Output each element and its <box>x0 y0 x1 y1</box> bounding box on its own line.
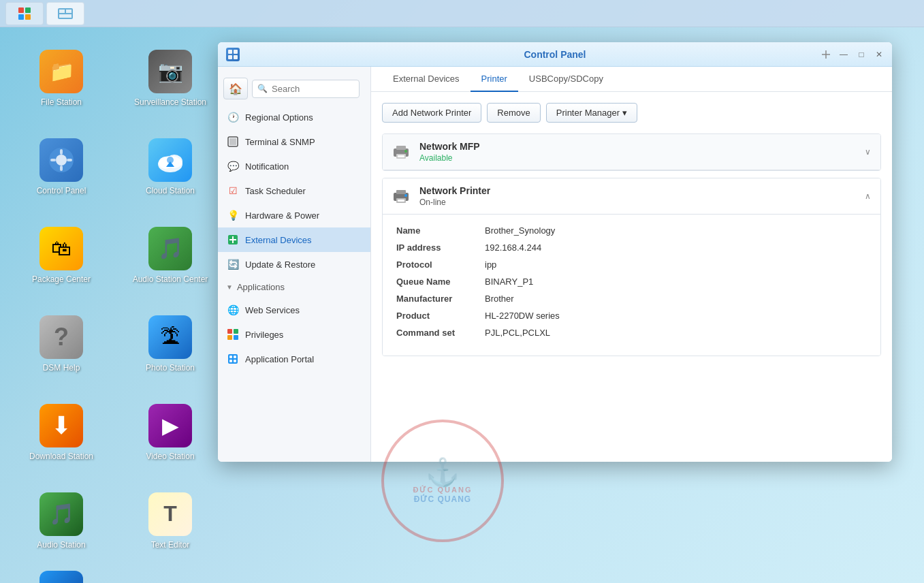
cp-icon <box>226 48 240 61</box>
content-area: Add Network Printer Remove Printer Manag… <box>371 92 892 462</box>
desktop-icon-cloud-station[interactable]: Cloud Station <box>116 123 225 211</box>
svg-rect-44 <box>398 155 404 157</box>
sidebar-item-notification[interactable]: 💬 Notification <box>218 154 370 178</box>
sidebar-item-web-services[interactable]: 🌐 Web Services <box>218 298 370 322</box>
network-printer-info: Network Printer On-line <box>419 185 490 207</box>
svg-rect-22 <box>234 50 238 54</box>
mfp-printer-icon <box>392 144 411 160</box>
notification-icon: 💬 <box>226 159 240 173</box>
sidebar-item-update-restore-label: Update & Restore <box>245 259 315 270</box>
svg-rect-36 <box>228 354 238 364</box>
cloud-station-icon <box>148 138 192 182</box>
desktop-icon-cloud-sync[interactable]: 🔄 Cloud Sync <box>7 565 116 583</box>
sidebar-item-privileges[interactable]: Privileges <box>218 322 370 347</box>
sidebar-item-terminal-label: Terminal & SNMP <box>245 137 315 147</box>
sidebar-item-terminal[interactable]: Terminal & SNMP <box>218 129 370 154</box>
taskbar-apps-button[interactable] <box>5 2 44 25</box>
desktop: 📁 File Station 📷 Surveillance Station Co… <box>0 27 211 583</box>
file-station-icon: 📁 <box>39 50 83 93</box>
detail-row-manufacturer: Manufacturer Brother <box>396 294 867 304</box>
svg-rect-21 <box>228 50 232 54</box>
svg-rect-10 <box>60 149 63 155</box>
hardware-power-icon: 💡 <box>226 208 240 222</box>
tab-usbcopy[interactable]: USBCopy/SDCopy <box>518 67 614 92</box>
minimize-button[interactable]: — <box>836 47 851 62</box>
sidebar-item-hardware-power-label: Hardware & Power <box>245 210 319 221</box>
sidebar-item-regional[interactable]: 🕐 Regional Options <box>218 105 370 129</box>
home-button[interactable]: 🏠 <box>223 78 248 99</box>
sidebar-item-hardware-power[interactable]: 💡 Hardware & Power <box>218 203 370 227</box>
sidebar-item-external-devices[interactable]: External Devices <box>218 227 370 252</box>
svg-rect-24 <box>234 55 238 59</box>
printer-icon <box>392 188 411 204</box>
maximize-button[interactable]: □ <box>854 47 869 62</box>
network-mfp-chevron-icon: ∨ <box>865 147 871 157</box>
printer-manager-button[interactable]: Printer Manager ▾ <box>546 103 637 123</box>
svg-rect-7 <box>59 14 71 18</box>
download-station-icon: ⬇ <box>39 404 83 447</box>
protocol-value: ipp <box>485 259 496 270</box>
manufacturer-label: Manufacturer <box>396 294 485 304</box>
cp-title: Control Panel <box>524 49 586 60</box>
video-station-icon: ▶ <box>148 404 192 447</box>
command-label: Command set <box>396 328 485 338</box>
application-portal-icon <box>226 352 240 366</box>
network-mfp-header[interactable]: Network MFP Available ∨ <box>383 134 880 170</box>
name-label: Name <box>396 225 485 236</box>
name-value: Brother_Synology <box>485 225 555 236</box>
protocol-label: Protocol <box>396 259 485 270</box>
tab-printer[interactable]: Printer <box>471 67 518 92</box>
window-controls: — □ ✕ <box>818 47 887 62</box>
close-button[interactable]: ✕ <box>872 47 887 62</box>
taskbar-control-panel-button[interactable] <box>46 2 84 25</box>
search-input[interactable] <box>252 80 360 98</box>
sidebar-item-application-portal[interactable]: Application Portal <box>218 347 370 371</box>
network-printer-header[interactable]: Network Printer On-line ∧ <box>383 178 880 215</box>
desktop-icon-photo-station[interactable]: 🏝 Photo Station <box>116 300 225 388</box>
network-printer-status: On-line <box>419 198 490 207</box>
applications-section-header[interactable]: ▼ Applications <box>218 277 370 298</box>
svg-rect-47 <box>396 190 406 194</box>
desktop-icon-download-station[interactable]: ⬇ Download Station <box>7 388 116 477</box>
desktop-icon-dsm-help[interactable]: ? DSM Help <box>7 300 116 388</box>
add-network-printer-button[interactable]: Add Network Printer <box>382 103 481 123</box>
dsm-help-icon: ? <box>39 315 83 359</box>
svg-rect-38 <box>234 356 236 358</box>
desktop-icon-audio-station2[interactable]: 🎵 Audio Station <box>7 477 116 565</box>
action-bar: Add Network Printer Remove Printer Manag… <box>382 103 881 123</box>
sidebar-item-task-scheduler[interactable]: ☑ Task Scheduler <box>218 178 370 203</box>
network-mfp-status: Available <box>419 153 480 163</box>
desktop-icon-audio-station-center[interactable]: 🎵 Audio Station Center <box>116 211 225 300</box>
sidebar-item-web-services-label: Web Services <box>245 305 300 315</box>
svg-rect-37 <box>229 356 232 358</box>
tab-external-devices[interactable]: External Devices <box>382 67 471 92</box>
taskbar <box>0 0 924 27</box>
detail-row-command: Command set PJL,PCL,PCLXL <box>396 328 867 338</box>
cp-body: 🏠 🔍 🕐 Regional Options Terminal & SNMP 💬… <box>218 67 892 462</box>
svg-rect-23 <box>228 55 232 59</box>
svg-rect-6 <box>66 10 71 13</box>
svg-rect-2 <box>18 14 24 20</box>
desktop-icon-file-station[interactable]: 📁 File Station <box>7 34 116 123</box>
desktop-icon-surveillance-station[interactable]: 📷 Surveillance Station <box>116 34 225 123</box>
web-services-icon: 🌐 <box>226 303 240 317</box>
remove-button[interactable]: Remove <box>487 103 540 123</box>
svg-point-45 <box>404 150 407 153</box>
audio-station-icon: 🎵 <box>39 492 83 536</box>
regional-icon: 🕐 <box>226 110 240 124</box>
cloud-station-label: Cloud Station <box>146 186 195 195</box>
network-mfp-info: Network MFP Available <box>419 141 480 163</box>
desktop-icon-video-station[interactable]: ▶ Video Station <box>116 388 225 477</box>
desktop-icon-text-editor[interactable]: T Text Editor <box>116 477 225 565</box>
desktop-icon-control-panel[interactable]: Control Panel <box>7 123 116 211</box>
svg-point-17 <box>167 157 174 163</box>
sidebar-item-update-restore[interactable]: 🔄 Update & Restore <box>218 252 370 277</box>
svg-rect-32 <box>227 329 232 334</box>
desktop-icon-package-center[interactable]: 🛍 Package Center <box>7 211 116 300</box>
titlebar: Control Panel — □ ✕ <box>218 42 892 67</box>
applications-chevron-icon: ▼ <box>226 283 233 291</box>
printer-details: Name Brother_Synology IP address 192.168… <box>383 215 880 356</box>
pin-button[interactable] <box>818 47 833 62</box>
external-devices-icon <box>226 233 240 247</box>
sidebar-item-notification-label: Notification <box>245 161 289 172</box>
